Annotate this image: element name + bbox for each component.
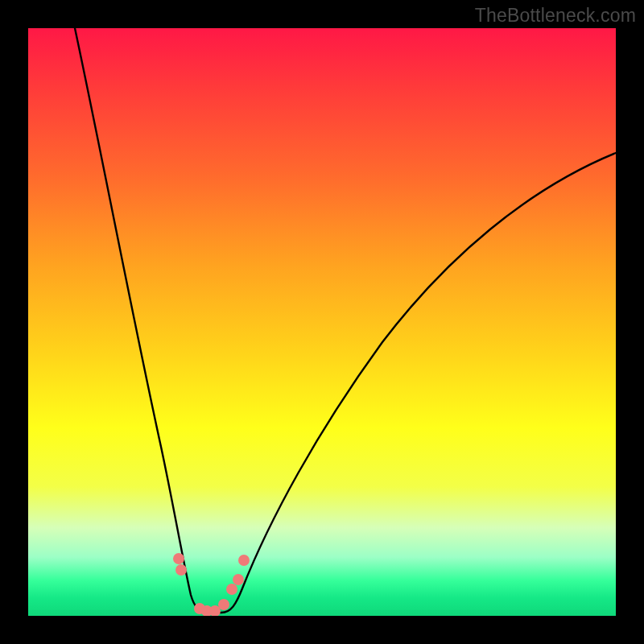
svg-point-8 xyxy=(238,555,250,566)
bottleneck-curve-svg xyxy=(28,28,616,616)
svg-point-6 xyxy=(226,584,237,595)
bottleneck-curve-path xyxy=(75,28,616,613)
svg-point-7 xyxy=(233,574,244,585)
svg-point-5 xyxy=(218,599,229,610)
watermark-text: TheBottleneck.com xyxy=(475,5,636,27)
chart-plot-area xyxy=(28,28,616,616)
svg-point-1 xyxy=(175,564,187,576)
svg-point-0 xyxy=(173,553,184,564)
chart-frame: TheBottleneck.com xyxy=(0,0,644,644)
